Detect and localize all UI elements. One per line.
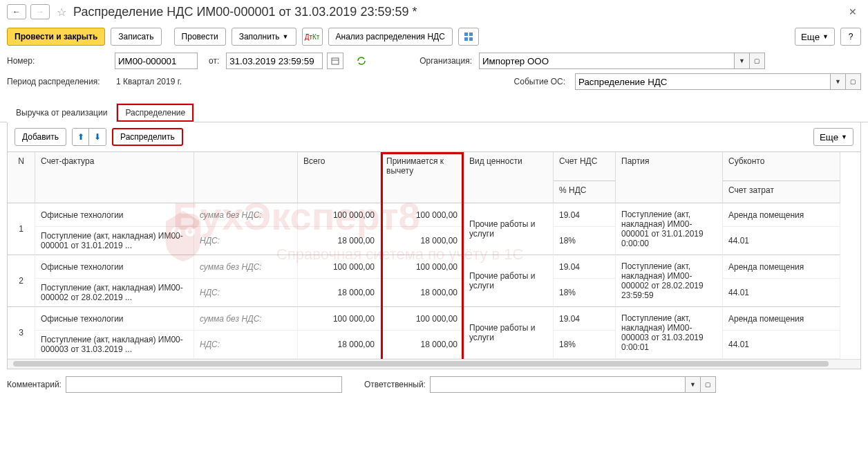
cell-total-vat: 18 000,00 [298, 279, 381, 307]
cell-total-sum: 100 000,00 [298, 203, 381, 227]
cell-ded-sum: 100 000,00 [381, 255, 464, 279]
more-button[interactable]: Еще ▼ [795, 28, 835, 46]
nav-back-button[interactable]: ← [7, 4, 26, 19]
cell-ded-sum: 100 000,00 [381, 307, 464, 331]
move-down-icon[interactable]: ⬇ [89, 129, 106, 145]
cell-vat-account: 19.04 [554, 255, 616, 279]
org-input[interactable] [479, 53, 735, 69]
number-label: Номер: [7, 56, 111, 66]
help-button[interactable]: ? [840, 28, 861, 46]
cell-vat-pct: 18% [554, 331, 616, 359]
cell-ded-vat: 18 000,00 [381, 331, 464, 359]
cell-total-sum: 100 000,00 [298, 307, 381, 331]
close-icon[interactable]: ✕ [845, 6, 861, 17]
svg-rect-3 [469, 37, 473, 41]
move-up-icon[interactable]: ⬆ [73, 129, 89, 145]
add-button[interactable]: Добавить [15, 128, 66, 146]
cell-cost-account: 44.01 [723, 279, 840, 307]
svg-rect-1 [469, 33, 473, 36]
cell-total-vat: 18 000,00 [298, 227, 381, 255]
col-deductible[interactable]: Принимается к вычету [381, 152, 464, 203]
distribute-button[interactable]: Распределить [112, 128, 183, 146]
org-label: Организация: [419, 56, 472, 66]
from-label: от: [209, 56, 219, 66]
cell-value-type: Прочие работы и услуги [464, 307, 554, 359]
col-batch[interactable]: Партия [616, 152, 723, 203]
event-open-icon[interactable]: ▢ [846, 73, 861, 90]
col-blank [194, 152, 298, 203]
col-invoice[interactable]: Счет-фактура [35, 152, 194, 203]
cell-receipt: Поступление (акт, накладная) ИМ00-000002… [35, 279, 194, 307]
org-open-icon[interactable]: ▢ [750, 53, 765, 69]
cell-receipt: Поступление (акт, накладная) ИМ00-000001… [35, 227, 194, 255]
cell-subconto: Аренда помещения [723, 255, 840, 279]
cell-value-type: Прочие работы и услуги [464, 203, 554, 255]
cell-vat-label: НДС: [194, 227, 298, 255]
cell-value-type: Прочие работы и услуги [464, 255, 554, 307]
favorite-star-icon[interactable]: ☆ [57, 6, 66, 19]
save-button[interactable]: Записать [111, 28, 161, 46]
comment-label: Комментарий: [7, 380, 62, 389]
cell-ded-vat: 18 000,00 [381, 227, 464, 255]
tab-distribution[interactable]: Распределение [116, 103, 194, 122]
svg-rect-0 [464, 33, 468, 36]
cell-total-vat: 18 000,00 [298, 331, 381, 359]
cell-vat-account: 19.04 [554, 203, 616, 227]
structure-button[interactable] [458, 28, 479, 46]
svg-rect-4 [332, 58, 339, 64]
submit-button[interactable]: Провести [174, 28, 226, 46]
comment-input[interactable] [66, 376, 342, 393]
page-title: Распределение НДС ИМ00-000001 от 31.03.2… [73, 5, 840, 19]
cell-sum-label: сумма без НДС: [194, 203, 298, 227]
cell-n: 2 [8, 255, 35, 307]
col-cost-account[interactable]: Счет затрат [723, 181, 840, 203]
cell-sum-label: сумма без НДС: [194, 307, 298, 331]
period-label: Период распределения: [7, 77, 111, 86]
col-n[interactable]: N [8, 152, 35, 203]
tab-revenue[interactable]: Выручка от реализации [7, 103, 116, 122]
cell-batch: Поступление (акт, накладная) ИМ00-000001… [616, 203, 723, 255]
cell-subconto: Аренда помещения [723, 203, 840, 227]
sync-icon[interactable] [353, 53, 370, 69]
event-dropdown-icon[interactable]: ▼ [831, 73, 846, 90]
tab-more-button[interactable]: Еще ▼ [813, 128, 853, 146]
event-label: Событие ОС: [514, 77, 565, 86]
cell-vendor: Офисные технологии [35, 203, 194, 227]
distribution-table: N Счет-фактура Всего Принимается к вычет… [7, 152, 861, 369]
col-subconto[interactable]: Субконто [723, 152, 840, 181]
cell-batch: Поступление (акт, накладная) ИМ00-000003… [616, 307, 723, 359]
submit-close-button[interactable]: Провести и закрыть [7, 28, 105, 46]
cell-vat-account: 19.04 [554, 307, 616, 331]
col-vat-account[interactable]: Счет НДС [554, 152, 616, 181]
cell-n: 3 [8, 307, 35, 359]
cell-total-sum: 100 000,00 [298, 255, 381, 279]
dtkt-button[interactable]: ДтКт [302, 28, 323, 46]
table-row[interactable]: 2 Офисные технологии сумма без НДС: 100 … [8, 255, 860, 307]
responsible-input[interactable] [430, 376, 686, 393]
cell-vendor: Офисные технологии [35, 255, 194, 279]
table-row[interactable]: 3 Офисные технологии сумма без НДС: 100 … [8, 307, 860, 359]
vat-analysis-button[interactable]: Анализ распределения НДС [328, 28, 453, 46]
cell-cost-account: 44.01 [723, 227, 840, 255]
horizontal-scrollbar[interactable] [8, 359, 860, 369]
event-input[interactable] [575, 73, 831, 90]
cell-vat-label: НДС: [194, 331, 298, 359]
cell-cost-account: 44.01 [723, 331, 840, 359]
period-value: 1 Квартал 2019 г. [115, 77, 182, 86]
cell-ded-sum: 100 000,00 [381, 203, 464, 227]
org-dropdown-icon[interactable]: ▼ [735, 53, 750, 69]
col-total[interactable]: Всего [298, 152, 381, 203]
number-input[interactable] [115, 53, 198, 69]
responsible-open-icon[interactable]: ▢ [701, 376, 716, 393]
cell-sum-label: сумма без НДС: [194, 255, 298, 279]
cell-vat-pct: 18% [554, 227, 616, 255]
fill-button[interactable]: Заполнить ▼ [232, 28, 296, 46]
date-input[interactable] [226, 53, 323, 69]
cell-n: 1 [8, 203, 35, 255]
responsible-dropdown-icon[interactable]: ▼ [686, 376, 701, 393]
col-vat-pct[interactable]: % НДС [554, 181, 616, 203]
nav-forward-button[interactable]: → [30, 4, 50, 19]
calendar-icon[interactable] [327, 53, 343, 69]
table-row[interactable]: 1 Офисные технологии сумма без НДС: 100 … [8, 203, 860, 255]
col-value-type[interactable]: Вид ценности [464, 152, 554, 203]
